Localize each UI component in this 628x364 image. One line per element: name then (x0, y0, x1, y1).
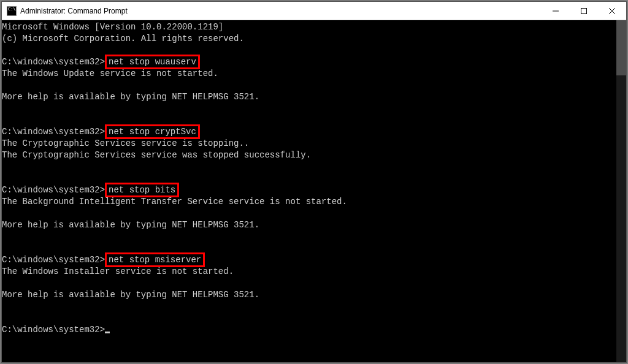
version-line: Microsoft Windows [Version 10.0.22000.12… (2, 22, 223, 32)
highlighted-command-3: net stop bits (105, 183, 179, 197)
output-line: More help is available by typing NET HEL… (2, 92, 259, 102)
close-button[interactable] (598, 2, 626, 20)
prompt: C:\windows\system32> (2, 127, 105, 137)
highlighted-command-1: net stop wuauserv (105, 55, 200, 69)
output-line: The Cryptographic Services service was s… (2, 150, 311, 160)
highlighted-command-2: net stop cryptSvc (105, 124, 200, 139)
terminal-area[interactable]: Microsoft Windows [Version 10.0.22000.12… (2, 20, 626, 362)
terminal-content: Microsoft Windows [Version 10.0.22000.12… (2, 21, 616, 336)
scrollbar-thumb[interactable] (616, 20, 626, 75)
cmd-icon (7, 6, 17, 16)
minimize-icon (553, 8, 559, 14)
output-line: The Background Intelligent Transfer Serv… (2, 197, 347, 207)
text-cursor (105, 332, 110, 333)
scrollbar-track[interactable] (616, 20, 626, 362)
prompt: C:\windows\system32> (2, 185, 105, 195)
output-line: The Windows Update service is not starte… (2, 69, 218, 78)
output-line: The Windows Installer service is not sta… (2, 267, 234, 276)
maximize-icon (581, 8, 587, 14)
output-line: The Cryptographic Services service is st… (2, 138, 249, 148)
window-title: Administrator: Command Prompt (20, 7, 542, 15)
minimize-button[interactable] (542, 2, 570, 20)
close-icon (609, 8, 615, 14)
command-prompt-window: Administrator: Command Prompt Microsoft … (1, 1, 627, 363)
copyright-line: (c) Microsoft Corporation. All rights re… (2, 34, 244, 44)
window-controls (542, 2, 626, 20)
highlighted-command-4: net stop msiserver (105, 252, 205, 267)
svg-rect-1 (581, 8, 587, 13)
prompt: C:\windows\system32> (2, 57, 105, 67)
output-line: More help is available by typing NET HEL… (2, 220, 259, 230)
prompt: C:\windows\system32> (2, 255, 105, 265)
maximize-button[interactable] (570, 2, 598, 20)
titlebar[interactable]: Administrator: Command Prompt (2, 2, 626, 20)
prompt: C:\windows\system32> (2, 325, 105, 335)
output-line: More help is available by typing NET HEL… (2, 290, 259, 300)
